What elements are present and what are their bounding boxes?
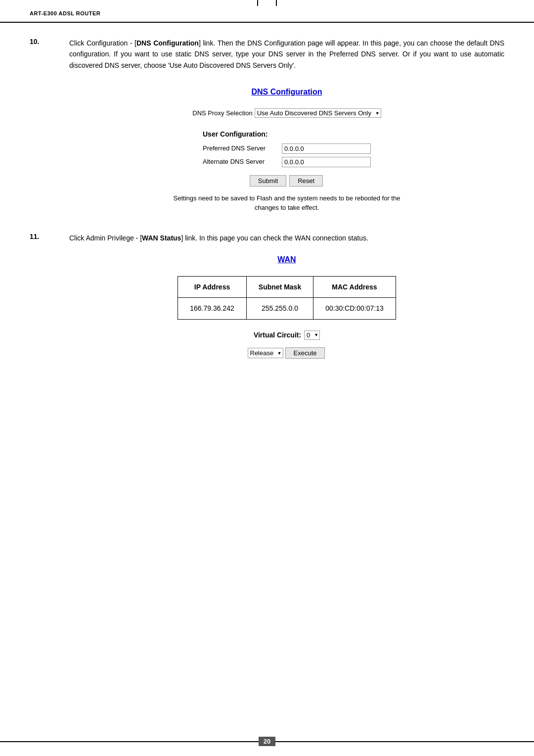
- main-content: 10. Click Configuration - [DNS Configura…: [0, 23, 534, 408]
- header-notch: [257, 0, 277, 6]
- preferred-dns-row: Preferred DNS Server: [203, 143, 371, 154]
- footer-line-right: [275, 741, 534, 742]
- flash-notice-line2: changes to take effect.: [255, 204, 319, 211]
- page-container: ART-E300 ADSL ROUTER 10. Click Configura…: [0, 0, 534, 756]
- preferred-dns-input[interactable]: [282, 143, 371, 154]
- submit-reset-row: Submit Reset: [203, 175, 371, 187]
- wan-table: IP Address Subnet Mask MAC Address 166.7…: [178, 276, 396, 320]
- dns-config-heading: DNS Configuration: [69, 86, 504, 98]
- section-10-number: 10.: [30, 38, 69, 213]
- section-10: 10. Click Configuration - [DNS Configura…: [30, 38, 504, 213]
- wan-status-link-text: WAN Status: [142, 234, 181, 242]
- dns-proxy-row: DNS Proxy Selection Use Auto Discovered …: [69, 108, 504, 119]
- wan-heading: WAN: [69, 253, 504, 266]
- footer-wrapper: 20: [0, 737, 534, 746]
- section-11-number: 11.: [30, 233, 69, 359]
- reset-button[interactable]: Reset: [289, 175, 323, 187]
- user-config-title: User Configuration:: [203, 129, 371, 140]
- footer-line-left: [0, 741, 259, 742]
- dns-config-section: DNS Configuration DNS Proxy Selection Us…: [69, 86, 504, 213]
- cell-mac-address: 00:30:CD:00:07:13: [313, 298, 396, 319]
- flash-notice-line1: Settings need to be saved to Flash and t…: [174, 194, 400, 202]
- wan-table-header-row: IP Address Subnet Mask MAC Address: [178, 276, 396, 297]
- release-select-wrapper[interactable]: Release Renew: [248, 347, 283, 358]
- dns-proxy-select-wrapper[interactable]: Use Auto Discovered DNS Servers Only Sta…: [255, 108, 381, 119]
- section-11: 11. Click Admin Privilege - [WAN Status]…: [30, 233, 504, 359]
- section-11-text: Click Admin Privilege - [WAN Status] lin…: [69, 233, 504, 359]
- alternate-dns-row: Alternate DNS Server: [203, 157, 371, 167]
- wan-table-row: 166.79.36.242 255.255.0.0 00:30:CD:00:07…: [178, 298, 396, 319]
- alternate-dns-label: Alternate DNS Server: [203, 157, 282, 167]
- dns-config-link-text: DNS Configuration: [136, 39, 199, 47]
- alternate-dns-input[interactable]: [282, 157, 371, 167]
- col-subnet-mask: Subnet Mask: [246, 276, 313, 297]
- virtual-circuit-select-wrapper[interactable]: 0 1 2 3 4 5 6 7: [304, 330, 320, 340]
- submit-button[interactable]: Submit: [250, 175, 286, 187]
- virtual-circuit-select[interactable]: 0 1 2 3 4 5 6 7: [304, 331, 320, 340]
- footer-page-number: 20: [259, 737, 275, 746]
- wan-section: WAN IP Address Subnet Mask MAC Address 1: [69, 253, 504, 359]
- flash-notice: Settings need to be saved to Flash and t…: [69, 193, 504, 213]
- user-config-area: User Configuration: Preferred DNS Server…: [69, 129, 504, 187]
- release-select[interactable]: Release Renew: [248, 348, 283, 358]
- dns-proxy-select[interactable]: Use Auto Discovered DNS Servers Only Sta…: [255, 108, 381, 118]
- col-ip-address: IP Address: [178, 276, 247, 297]
- execute-button[interactable]: Execute: [285, 347, 325, 359]
- cell-ip-address: 166.79.36.242: [178, 298, 247, 319]
- user-config-box: User Configuration: Preferred DNS Server…: [203, 129, 371, 187]
- header: ART-E300 ADSL ROUTER: [0, 0, 534, 23]
- preferred-dns-label: Preferred DNS Server: [203, 143, 282, 154]
- section-10-text: Click Configuration - [DNS Configuration…: [69, 38, 504, 213]
- col-mac-address: MAC Address: [313, 276, 396, 297]
- header-title: ART-E300 ADSL ROUTER: [30, 10, 100, 16]
- virtual-circuit-row: Virtual Circuit: 0 1 2 3 4 5 6 7: [69, 330, 504, 340]
- dns-proxy-label: DNS Proxy Selection: [192, 108, 252, 119]
- release-execute-row: Release Renew Execute: [69, 347, 504, 359]
- cell-subnet-mask: 255.255.0.0: [246, 298, 313, 319]
- virtual-circuit-label: Virtual Circuit:: [254, 330, 301, 340]
